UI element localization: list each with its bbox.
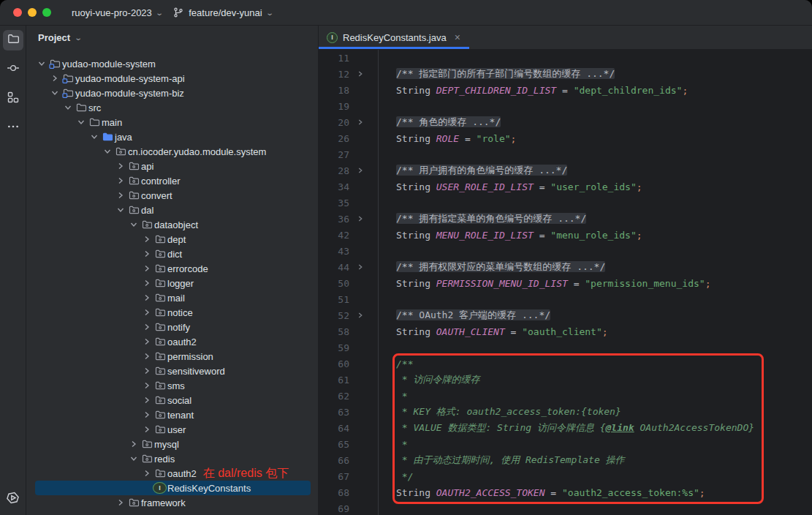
chevron-right-icon[interactable] bbox=[140, 350, 153, 362]
tree-item-framework[interactable]: framework bbox=[26, 495, 318, 510]
code-line-68[interactable]: 68String OAUTH2_ACCESS_TOKEN = "oauth2_a… bbox=[319, 484, 812, 500]
minimize-window-button[interactable] bbox=[28, 8, 37, 17]
fold-arrow-icon[interactable] bbox=[352, 69, 368, 79]
tree-item-dict[interactable]: dict bbox=[26, 247, 318, 261]
tree-item-dataobject[interactable]: dataobject bbox=[26, 217, 318, 232]
tree-item-yudao-module-system[interactable]: yudao-module-system bbox=[26, 56, 318, 71]
tree-item-convert[interactable]: convert bbox=[26, 188, 318, 203]
services-tool-button[interactable] bbox=[3, 489, 23, 509]
chevron-down-icon[interactable] bbox=[75, 116, 87, 128]
code-line-19[interactable]: 19 bbox=[319, 98, 812, 114]
fold-arrow-icon[interactable] bbox=[352, 262, 368, 272]
maximize-window-button[interactable] bbox=[42, 8, 51, 17]
code-line-20[interactable]: 20/** 角色的缓存 ...*/ bbox=[319, 114, 812, 130]
tree-item-src[interactable]: src bbox=[26, 100, 318, 115]
code-line-43[interactable]: 43 bbox=[319, 243, 812, 259]
code-line-44[interactable]: 44/** 拥有权限对应的菜单编号数组的缓存 ...*/ bbox=[319, 259, 812, 275]
code-line-67[interactable]: 67 */ bbox=[319, 468, 812, 484]
commit-tool-button[interactable] bbox=[3, 59, 23, 80]
chevron-right-icon[interactable] bbox=[140, 467, 153, 479]
code-line-35[interactable]: 35 bbox=[319, 195, 812, 211]
chevron-right-icon[interactable] bbox=[114, 189, 126, 201]
chevron-down-icon[interactable] bbox=[127, 453, 140, 465]
chevron-right-icon[interactable] bbox=[140, 321, 153, 333]
chevron-right-icon[interactable] bbox=[140, 233, 153, 245]
code-line-66[interactable]: 66 * 由于动态过期时间, 使用 RedisTemplate 操作 bbox=[319, 452, 812, 468]
code-line-34[interactable]: 34String USER_ROLE_ID_LIST = "user_role_… bbox=[319, 178, 812, 195]
fold-arrow-icon[interactable] bbox=[352, 165, 368, 176]
chevron-right-icon[interactable] bbox=[140, 248, 153, 260]
fold-arrow-icon[interactable] bbox=[352, 117, 368, 127]
tree-item-logger[interactable]: logger bbox=[26, 276, 318, 290]
code-line-61[interactable]: 61 * 访问令牌的缓存 bbox=[319, 372, 812, 388]
project-selector[interactable]: ruoyi-vue-pro-2023 ⌄ bbox=[72, 7, 162, 18]
code-line-42[interactable]: 42String MENU_ROLE_ID_LIST = "menu_role_… bbox=[319, 227, 812, 243]
chevron-down-icon[interactable] bbox=[114, 204, 126, 216]
close-window-button[interactable] bbox=[13, 8, 22, 17]
tree-item-dal[interactable]: dal bbox=[26, 203, 318, 217]
code-line-27[interactable]: 27 bbox=[319, 146, 812, 162]
code-line-12[interactable]: 12/** 指定部门的所有子部门编号数组的缓存 ...*/ bbox=[319, 66, 812, 82]
fold-arrow-icon[interactable] bbox=[352, 214, 368, 224]
tree-item-mysql[interactable]: mysql bbox=[26, 437, 318, 451]
fold-arrow-icon[interactable] bbox=[352, 310, 368, 320]
chevron-right-icon[interactable] bbox=[114, 160, 126, 172]
code-line-60[interactable]: 60/** bbox=[319, 356, 812, 372]
tree-item-controller[interactable]: controller bbox=[26, 173, 318, 188]
tree-item-api[interactable]: api bbox=[26, 159, 318, 173]
chevron-right-icon[interactable] bbox=[140, 365, 153, 377]
tree-item-sms[interactable]: sms bbox=[26, 378, 318, 393]
tree-item-errorcode[interactable]: errorcode bbox=[26, 261, 318, 276]
chevron-right-icon[interactable] bbox=[140, 336, 153, 347]
chevron-right-icon[interactable] bbox=[140, 263, 153, 274]
tree-item-user[interactable]: user bbox=[26, 422, 318, 437]
code-line-28[interactable]: 28/** 用户拥有的角色编号的缓存 ...*/ bbox=[319, 162, 812, 178]
chevron-down-icon[interactable] bbox=[101, 146, 113, 157]
tree-item-redis[interactable]: redis bbox=[26, 451, 318, 466]
code-line-36[interactable]: 36/** 拥有指定菜单的角色编号的缓存 ...*/ bbox=[319, 211, 812, 227]
chevron-right-icon[interactable] bbox=[140, 380, 153, 391]
tree-item-social[interactable]: social bbox=[26, 393, 318, 407]
tree-item-tenant[interactable]: tenant bbox=[26, 407, 318, 422]
code-line-50[interactable]: 50String PERMISSION_MENU_ID_LIST = "perm… bbox=[319, 275, 812, 291]
chevron-right-icon[interactable] bbox=[127, 438, 140, 450]
code-line-59[interactable]: 59 bbox=[319, 339, 812, 356]
chevron-right-icon[interactable] bbox=[114, 175, 126, 187]
chevron-right-icon[interactable] bbox=[140, 409, 153, 421]
tab-rediskeyconstants[interactable]: I RedisKeyConstants.java × bbox=[319, 26, 469, 49]
chevron-right-icon[interactable] bbox=[140, 394, 153, 406]
code-line-26[interactable]: 26String ROLE = "role"; bbox=[319, 130, 812, 146]
project-folder-tool-button[interactable] bbox=[3, 30, 23, 50]
chevron-down-icon[interactable] bbox=[127, 219, 140, 230]
code-editor[interactable]: 1112/** 指定部门的所有子部门编号数组的缓存 ...*/18String … bbox=[319, 50, 812, 515]
tree-item-yudao-module-system-biz[interactable]: yudao-module-system-biz bbox=[26, 86, 318, 100]
chevron-down-icon[interactable] bbox=[88, 131, 100, 143]
chevron-down-icon[interactable] bbox=[61, 102, 74, 113]
code-line-62[interactable]: 62 * bbox=[319, 388, 812, 404]
branch-selector[interactable]: feature/dev-yunai ⌄ bbox=[172, 7, 273, 18]
tree-item-oauth2[interactable]: oauth2 bbox=[26, 334, 318, 349]
code-line-51[interactable]: 51 bbox=[319, 291, 812, 307]
code-line-18[interactable]: 18String DEPT_CHILDREN_ID_LIST = "dept_c… bbox=[319, 82, 812, 98]
tree-item-rediskeyconstants[interactable]: IRedisKeyConstants bbox=[26, 481, 318, 495]
tree-item-main[interactable]: main bbox=[26, 115, 318, 129]
chevron-right-icon[interactable] bbox=[140, 292, 153, 304]
tree-item-oauth2[interactable]: oauth2在 dal/redis 包下 bbox=[26, 466, 318, 481]
close-tab-icon[interactable]: × bbox=[455, 31, 460, 43]
tree-item-notice[interactable]: notice bbox=[26, 305, 318, 320]
more-tool-button[interactable] bbox=[3, 118, 23, 138]
chevron-down-icon[interactable] bbox=[48, 87, 61, 99]
chevron-right-icon[interactable] bbox=[140, 424, 153, 435]
tree-item-yudao-module-system-api[interactable]: yudao-module-system-api bbox=[26, 71, 318, 86]
project-panel-header[interactable]: Project ⌄ bbox=[26, 26, 318, 50]
code-line-65[interactable]: 65 * bbox=[319, 436, 812, 452]
tree-item-permission[interactable]: permission bbox=[26, 349, 318, 364]
chevron-right-icon[interactable] bbox=[114, 497, 126, 508]
code-line-11[interactable]: 11 bbox=[319, 50, 812, 66]
chevron-right-icon[interactable] bbox=[140, 307, 153, 318]
code-line-52[interactable]: 52/** OAuth2 客户端的缓存 ...*/ bbox=[319, 307, 812, 323]
code-line-63[interactable]: 63 * KEY 格式: oauth2_access_token:{token} bbox=[319, 404, 812, 420]
code-line-64[interactable]: 64 * VALUE 数据类型: String 访问令牌信息 {@link OA… bbox=[319, 420, 812, 436]
tree-item-notify[interactable]: notify bbox=[26, 320, 318, 334]
tree-item-java[interactable]: java bbox=[26, 129, 318, 144]
